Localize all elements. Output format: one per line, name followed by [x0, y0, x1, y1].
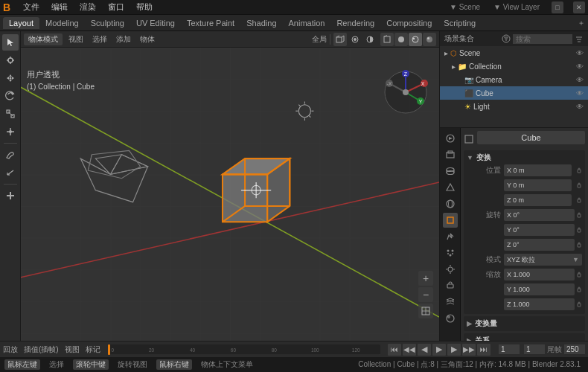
- shading-toggle[interactable]: [363, 33, 377, 46]
- zoom-out-button[interactable]: −: [418, 287, 433, 302]
- navigation-gizmo[interactable]: X -X Y Z: [383, 70, 428, 115]
- menu-file[interactable]: 文件: [21, 1, 42, 13]
- tab-layout[interactable]: Layout: [3, 17, 39, 29]
- prop-scene-icon[interactable]: [443, 180, 458, 195]
- object-mode-dropdown[interactable]: 物体模式: [24, 33, 63, 45]
- location-x[interactable]: X 0 m: [504, 164, 572, 176]
- prop-object-icon[interactable]: [443, 213, 458, 228]
- menu-help[interactable]: 帮助: [134, 1, 155, 13]
- rotation-mode-dropdown[interactable]: XYZ 欧拉 ▼: [504, 254, 582, 266]
- solid-mode[interactable]: [394, 33, 408, 46]
- playback-menu[interactable]: 回放: [3, 344, 18, 355]
- overlay-toggle[interactable]: [348, 33, 362, 46]
- tab-modeling[interactable]: Modeling: [39, 17, 85, 29]
- filter-icon[interactable]: [502, 34, 511, 43]
- rotation-x[interactable]: X 0°: [504, 209, 575, 221]
- scene-visibility[interactable]: 👁: [576, 49, 584, 57]
- prev-frame-button[interactable]: ◀: [418, 344, 431, 356]
- collection-visibility[interactable]: 👁: [576, 62, 584, 71]
- prop-data-icon[interactable]: [443, 295, 458, 310]
- wireframe-mode[interactable]: [380, 33, 394, 46]
- tab-compositing[interactable]: Compositing: [380, 17, 438, 29]
- view-all-button[interactable]: [418, 304, 433, 318]
- close-button[interactable]: ✕: [573, 1, 585, 13]
- 3d-canvas[interactable]: 用户透视 (1) Collection | Cube X -X: [21, 48, 439, 341]
- next-frame-button[interactable]: ▶: [447, 344, 461, 356]
- rotation-z[interactable]: Z 0°: [504, 239, 575, 251]
- tool-select[interactable]: [2, 34, 19, 51]
- tab-animation[interactable]: Animation: [283, 17, 331, 29]
- jump-start-button[interactable]: ⏮: [388, 344, 401, 356]
- outliner-item-scene[interactable]: ▸ ⬡ Scene 👁: [440, 46, 588, 60]
- scale-x[interactable]: X 1.000: [504, 269, 575, 280]
- outliner-search-input[interactable]: [513, 34, 572, 44]
- tab-sculpting[interactable]: Sculpting: [85, 17, 130, 29]
- global-filter[interactable]: 全局: [312, 34, 327, 45]
- view-perspective-btn[interactable]: [333, 33, 347, 46]
- menu-edit[interactable]: 编辑: [49, 1, 70, 13]
- rendered-mode[interactable]: [423, 33, 436, 46]
- view-menu[interactable]: 视图: [65, 344, 80, 355]
- end-frame-final-input[interactable]: [564, 344, 585, 354]
- current-frame-input[interactable]: [499, 344, 520, 354]
- material-mode[interactable]: [409, 33, 422, 46]
- tool-rotate[interactable]: [2, 88, 19, 104]
- rotation-z-lock[interactable]: [576, 239, 582, 251]
- tab-texture-paint[interactable]: Texture Paint: [181, 17, 240, 29]
- add-menu[interactable]: 添加: [113, 33, 134, 45]
- play-button[interactable]: ▶: [432, 344, 446, 356]
- prop-physics-icon[interactable]: [443, 262, 458, 277]
- outliner-filter-icon[interactable]: [575, 34, 584, 43]
- tool-add[interactable]: [2, 187, 19, 204]
- prop-output-icon[interactable]: [443, 147, 458, 162]
- location-y-lock[interactable]: [576, 179, 582, 191]
- scale-y[interactable]: Y 1.000: [504, 283, 575, 295]
- tab-shading[interactable]: Shading: [240, 17, 282, 29]
- prop-modifier-icon[interactable]: [443, 229, 458, 244]
- cube-object[interactable]: [223, 158, 290, 222]
- rotation-y-lock[interactable]: [576, 224, 582, 236]
- start-frame-input[interactable]: [524, 344, 545, 354]
- cube-visibility[interactable]: 👁: [576, 89, 584, 97]
- prev-keyframe-button[interactable]: ◀◀: [403, 344, 416, 356]
- timeline-playhead[interactable]: [108, 344, 110, 355]
- prop-render-icon[interactable]: [443, 131, 458, 146]
- zoom-in-button[interactable]: +: [418, 271, 433, 286]
- scale-z-lock[interactable]: [576, 298, 582, 310]
- tool-cursor[interactable]: [2, 52, 19, 68]
- keyframe-menu[interactable]: 插值(插帧): [24, 344, 59, 355]
- rotation-x-lock[interactable]: [576, 209, 582, 221]
- tool-measure[interactable]: [2, 164, 19, 181]
- object-name-field[interactable]: Cube: [477, 131, 585, 144]
- outliner-item-light[interactable]: ☀ Light 👁: [440, 100, 588, 113]
- menu-render[interactable]: 渲染: [77, 1, 98, 13]
- relations-header[interactable]: ▶ 关系: [467, 335, 582, 341]
- outliner-item-cube[interactable]: ⬛ Cube 👁: [440, 86, 588, 100]
- prop-particles-icon[interactable]: [443, 246, 458, 260]
- location-z[interactable]: Z 0 m: [504, 194, 572, 206]
- outliner-item-camera[interactable]: 📷 Camera 👁: [440, 73, 588, 86]
- camera-visibility[interactable]: 👁: [576, 76, 584, 84]
- rotation-y[interactable]: Y 0°: [504, 224, 575, 236]
- prop-constraints-icon[interactable]: [443, 278, 458, 293]
- scale-x-lock[interactable]: [576, 269, 582, 280]
- location-z-lock[interactable]: [576, 194, 582, 206]
- tab-rendering[interactable]: Rendering: [330, 17, 380, 29]
- tab-scripting[interactable]: Scripting: [438, 17, 482, 29]
- view-menu[interactable]: 视图: [65, 33, 86, 45]
- delta-transform-header[interactable]: ▶ 变换量: [467, 318, 582, 330]
- tab-uv-editing[interactable]: UV Editing: [130, 17, 181, 29]
- light-visibility[interactable]: 👁: [576, 103, 584, 111]
- markers-menu[interactable]: 标记: [86, 344, 100, 355]
- location-x-lock[interactable]: [576, 164, 582, 176]
- location-y[interactable]: Y 0 m: [504, 179, 572, 191]
- tool-move[interactable]: [2, 70, 19, 86]
- select-menu[interactable]: 选择: [89, 33, 110, 45]
- scale-y-lock[interactable]: [576, 283, 582, 295]
- maximize-button[interactable]: □: [552, 1, 563, 13]
- object-menu[interactable]: 物体: [137, 33, 158, 45]
- tool-transform[interactable]: [2, 124, 19, 140]
- outliner-item-collection[interactable]: ▸ 📁 Collection 👁: [440, 60, 588, 73]
- prop-world-icon[interactable]: [443, 196, 458, 211]
- viewport-3d[interactable]: 物体模式 视图 选择 添加 物体 全局: [21, 31, 439, 341]
